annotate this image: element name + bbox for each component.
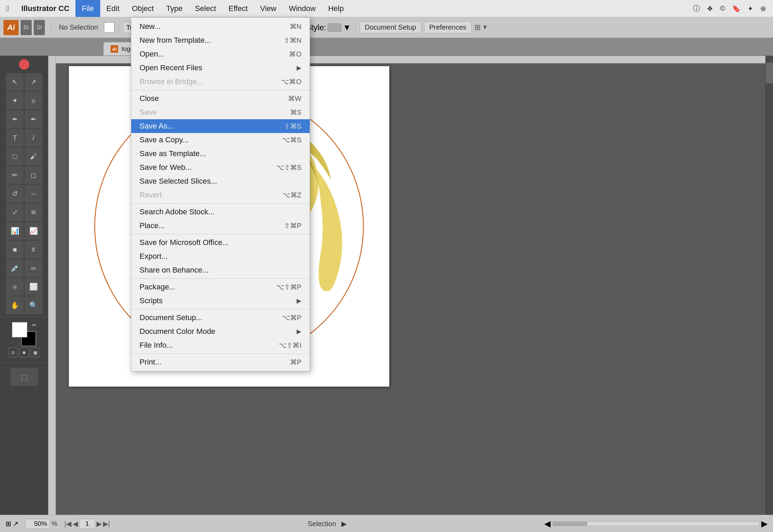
screen-mode-btn[interactable]: ⬚ bbox=[10, 368, 38, 386]
mesh-tool[interactable]: # bbox=[24, 241, 42, 258]
eyedropper-tool[interactable]: 💉 bbox=[6, 259, 24, 277]
gradient-btn[interactable]: ▣ bbox=[30, 348, 40, 357]
page-input[interactable] bbox=[79, 519, 95, 529]
nav-next[interactable]: ▶ bbox=[96, 520, 102, 528]
menu-item-file-info[interactable]: File Info... ⌥⇧⌘I bbox=[131, 338, 310, 352]
zoom-tool[interactable]: 🔍 bbox=[24, 296, 42, 314]
creative-cloud-icon[interactable]: © bbox=[720, 4, 725, 12]
menu-type[interactable]: Type bbox=[160, 0, 189, 17]
menu-item-open-recent[interactable]: Open Recent Files ▶ bbox=[131, 61, 310, 75]
menu-item-scripts[interactable]: Scripts ▶ bbox=[131, 294, 310, 308]
bluetooth-icon[interactable]: ✦ bbox=[748, 4, 753, 13]
close-btn[interactable] bbox=[19, 59, 29, 70]
tool-row-9: 📊 📈 bbox=[6, 222, 42, 240]
hand-tool[interactable]: ✋ bbox=[6, 296, 24, 314]
menu-item-save-template[interactable]: Save as Template... bbox=[131, 147, 310, 161]
stroke-color[interactable] bbox=[104, 22, 114, 33]
swap-colors-icon[interactable]: ⇌ bbox=[32, 322, 36, 328]
artboard-tool[interactable]: ⬜ bbox=[24, 278, 42, 296]
bookmark-icon[interactable]: 🔖 bbox=[732, 4, 741, 13]
menu-window[interactable]: Window bbox=[282, 0, 322, 17]
rect-tool[interactable]: □ bbox=[6, 147, 24, 165]
menu-item-doc-setup[interactable]: Document Setup... ⌥⌘P bbox=[131, 311, 310, 325]
pen-tool[interactable]: ✒ bbox=[6, 110, 24, 128]
menu-item-new[interactable]: New... ⌘N bbox=[131, 20, 310, 33]
vertical-scrollbar[interactable] bbox=[765, 56, 773, 515]
nav-prev[interactable]: ◀ bbox=[73, 520, 78, 528]
zoom-input[interactable] bbox=[25, 519, 50, 529]
rotate-tool[interactable]: ↺ bbox=[6, 185, 24, 203]
menu-effect[interactable]: Effect bbox=[222, 0, 254, 17]
nav-prev-prev[interactable]: |◀ bbox=[64, 520, 71, 528]
h-scrollbar-thumb[interactable] bbox=[553, 522, 587, 526]
scroll-left[interactable]: ◀ bbox=[544, 519, 550, 529]
menu-edit[interactable]: Edit bbox=[100, 0, 126, 17]
menu-file[interactable]: File bbox=[75, 0, 100, 17]
column-graph-tool[interactable]: 📈 bbox=[24, 222, 42, 240]
arrange-arrow[interactable]: ▼ bbox=[482, 24, 488, 31]
style-arrow[interactable]: ▼ bbox=[343, 23, 351, 32]
document-setup-button[interactable]: Document Setup bbox=[360, 21, 421, 33]
scrollbar-thumb[interactable] bbox=[766, 63, 773, 83]
menu-item-scripts-label: Scripts bbox=[140, 296, 163, 305]
scroll-right[interactable]: ▶ bbox=[761, 519, 767, 529]
blend-tool[interactable]: ∞ bbox=[24, 259, 42, 277]
fg-color[interactable] bbox=[12, 322, 27, 337]
magic-wand-tool[interactable]: ✦ bbox=[6, 92, 24, 110]
add-anchor-tool[interactable]: ✒ bbox=[24, 110, 42, 128]
warp-tool[interactable]: ≋ bbox=[24, 203, 42, 221]
selection-tool[interactable]: ↖ bbox=[6, 73, 24, 91]
menu-help[interactable]: Help bbox=[322, 0, 350, 17]
menu-view[interactable]: View bbox=[254, 0, 282, 17]
color-btn[interactable]: ■ bbox=[19, 348, 29, 357]
status-icon-1[interactable]: ⊞ bbox=[6, 520, 11, 528]
type-tool[interactable]: T bbox=[6, 129, 24, 147]
wifi-icon[interactable]: ⊕ bbox=[760, 4, 766, 13]
pencil-tool[interactable]: ✏ bbox=[6, 166, 24, 184]
apple-menu[interactable]:  bbox=[0, 0, 15, 17]
style-swatch[interactable] bbox=[328, 23, 341, 32]
lasso-tool[interactable]: ⌾ bbox=[24, 92, 42, 110]
menu-item-print[interactable]: Print... ⌘P bbox=[131, 355, 310, 369]
nav-next-next[interactable]: ▶| bbox=[103, 520, 110, 528]
menu-item-export[interactable]: Export... bbox=[131, 249, 310, 263]
menu-item-stock[interactable]: Search Adobe Stock... bbox=[131, 205, 310, 219]
line-tool[interactable]: / bbox=[24, 129, 42, 147]
menu-item-save-copy[interactable]: Save a Copy... ⌥⌘S bbox=[131, 133, 310, 147]
status-play[interactable]: ▶ bbox=[341, 520, 347, 528]
menu-item-open[interactable]: Open... ⌘O bbox=[131, 47, 310, 61]
menu-item-new-template[interactable]: New from Template... ⇧⌘N bbox=[131, 33, 310, 47]
direct-select-tool[interactable]: ↗ bbox=[24, 73, 42, 91]
menu-item-stock-label: Search Adobe Stock... bbox=[140, 207, 215, 216]
menu-item-place[interactable]: Place... ⇧⌘P bbox=[131, 219, 310, 233]
menu-sep-6 bbox=[131, 354, 310, 354]
horizontal-scrollbar[interactable] bbox=[553, 521, 759, 526]
menu-item-scripts-arrow: ▶ bbox=[297, 297, 301, 305]
dropbox-icon[interactable]: ❖ bbox=[707, 4, 713, 13]
graph-tool[interactable]: 📊 bbox=[6, 222, 24, 240]
default-colors-icon[interactable]: ⬛ bbox=[12, 341, 18, 346]
menu-item-save-as[interactable]: Save As... ⇧⌘S bbox=[131, 119, 310, 133]
preferences-button[interactable]: Preferences bbox=[424, 21, 472, 33]
paintbrush-tool[interactable]: 🖌 bbox=[24, 147, 42, 165]
info-icon[interactable]: ⓘ bbox=[693, 4, 700, 13]
none-btn[interactable]: ⊘ bbox=[8, 348, 18, 357]
app-name[interactable]: Illustrator CC bbox=[15, 0, 75, 17]
menu-item-package[interactable]: Package... ⌥⇧⌘P bbox=[131, 280, 310, 294]
status-icon-2[interactable]: ↗ bbox=[13, 520, 19, 528]
menu-item-file-info-label: File Info... bbox=[140, 341, 173, 350]
gradient-tool[interactable]: ■ bbox=[6, 241, 24, 258]
menu-object[interactable]: Object bbox=[126, 0, 160, 17]
menu-item-close[interactable]: Close ⌘W bbox=[131, 92, 310, 105]
menu-item-color-mode[interactable]: Document Color Mode ▶ bbox=[131, 325, 310, 338]
menu-item-save-slices[interactable]: Save Selected Slices... bbox=[131, 174, 310, 188]
scale-tool[interactable]: ⤢ bbox=[6, 203, 24, 221]
menu-item-save-web[interactable]: Save for Web... ⌥⇧⌘S bbox=[131, 161, 310, 174]
reflect-tool[interactable]: ↔ bbox=[24, 185, 42, 203]
eraser-tool[interactable]: ◻ bbox=[24, 166, 42, 184]
symbol-tool[interactable]: ⍟ bbox=[6, 278, 24, 296]
arrange-icon[interactable]: ⊞ bbox=[474, 23, 481, 32]
menu-item-behance[interactable]: Share on Behance... bbox=[131, 263, 310, 277]
menu-select[interactable]: Select bbox=[189, 0, 222, 17]
menu-item-ms-office[interactable]: Save for Microsoft Office... bbox=[131, 236, 310, 249]
